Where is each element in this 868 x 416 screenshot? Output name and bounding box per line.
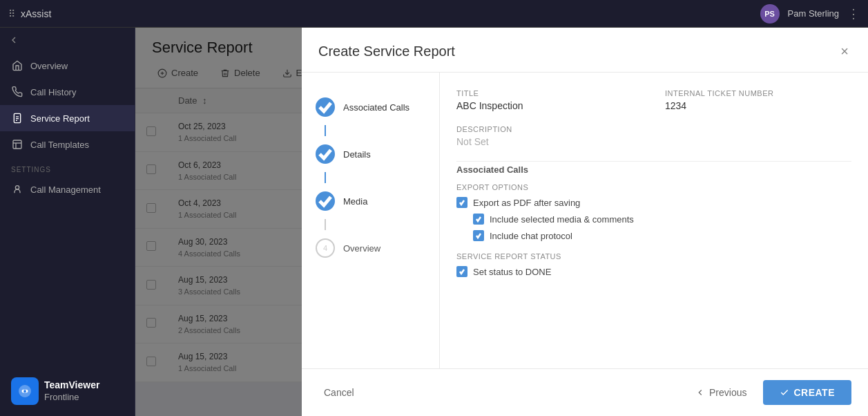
option-label-include-media: Include selected media & comments — [490, 214, 634, 225]
step-label-0: Associated Calls — [343, 102, 409, 113]
sidebar-item-call-management[interactable]: Call Management — [0, 176, 135, 202]
status-section-label: Service Report Status — [456, 252, 851, 261]
option-include-media: Include selected media & comments — [473, 214, 851, 225]
sidebar-item-service-report[interactable]: Service Report — [0, 105, 135, 131]
sidebar-item-call-templates[interactable]: Call Templates — [0, 131, 135, 158]
option-label-export-pdf: Export as PDF after saving — [473, 198, 580, 208]
export-options-group: Export Options Export as PDF after savin… — [456, 183, 851, 241]
option-set-done: Set status to DONE — [456, 266, 851, 277]
step-label-1: Details — [343, 149, 371, 160]
option-label-set-done: Set status to DONE — [473, 267, 551, 277]
modal: Create Service Report × Associated Calls — [302, 28, 868, 416]
previous-button[interactable]: Previous — [687, 381, 755, 404]
svg-rect-4 — [13, 140, 21, 149]
ticket-label: Internal Ticket Number — [665, 89, 851, 97]
modal-form-content: Title ABC Inspection Internal Ticket Num… — [440, 73, 868, 368]
report-icon — [11, 112, 23, 124]
step-circle-0 — [316, 97, 335, 117]
step-circle-3: 4 — [316, 238, 335, 258]
cancel-button[interactable]: Cancel — [318, 381, 360, 404]
description-label: Description — [456, 125, 851, 133]
field-title: Title ABC Inspection — [456, 89, 643, 111]
sidebar: Overview Call History Service Report — [0, 28, 135, 416]
associated-calls-section: Associated Calls Export Options Export a… — [456, 161, 851, 277]
field-description: Description Not Set — [456, 125, 851, 147]
svg-point-9 — [23, 390, 26, 393]
title-value: ABC Inspection — [456, 100, 643, 111]
back-button[interactable] — [0, 28, 135, 53]
title-label: Title — [456, 89, 643, 97]
modal-body: Associated Calls Details — [302, 73, 868, 368]
sidebar-label-service-report: Service Report — [30, 113, 90, 124]
export-options-label: Export Options — [456, 183, 851, 191]
avatar: PS — [760, 4, 780, 23]
logo-box — [11, 377, 39, 405]
step-connector-1 — [325, 172, 326, 183]
phone-icon — [11, 86, 23, 98]
checkbox-export-pdf[interactable] — [456, 197, 467, 208]
logo-text: TeamViewer Frontline — [44, 379, 99, 403]
topbar-right: PS Pam Sterling ⋮ — [760, 4, 860, 23]
drag-handle: ⠿ — [8, 8, 15, 19]
main-panel: Service Report Create Delete Export PDF … — [135, 28, 868, 416]
modal-footer: Cancel Previous CREATE — [302, 368, 868, 416]
home-icon — [11, 59, 23, 72]
user-name: Pam Sterling — [788, 8, 839, 19]
step-circle-2 — [316, 191, 335, 211]
template-icon — [11, 138, 23, 151]
topbar: ⠿ xAssist PS Pam Sterling ⋮ — [0, 0, 868, 28]
sidebar-label-call-management: Call Management — [30, 185, 101, 195]
option-export-pdf: Export as PDF after saving — [456, 197, 851, 208]
sidebar-label-overview: Overview — [30, 61, 68, 71]
svg-point-7 — [15, 186, 19, 189]
modal-header: Create Service Report × — [302, 28, 868, 73]
sidebar-item-overview[interactable]: Overview — [0, 53, 135, 79]
create-button[interactable]: CREATE — [763, 380, 851, 405]
wizard-step-media[interactable]: Media — [302, 183, 439, 219]
step-connector-0 — [325, 125, 326, 136]
footer-right: Previous CREATE — [687, 380, 851, 405]
checkbox-include-media[interactable] — [473, 214, 484, 225]
topbar-left: ⠿ xAssist — [8, 8, 51, 19]
ticket-value: 1234 — [665, 100, 851, 111]
sidebar-footer: TeamViewer Frontline — [0, 366, 135, 416]
wizard-sidebar: Associated Calls Details — [302, 73, 440, 368]
checkbox-set-done[interactable] — [456, 266, 467, 277]
more-icon[interactable]: ⋮ — [847, 6, 860, 21]
modal-title: Create Service Report — [318, 44, 455, 59]
status-options-group: Service Report Status Set status to DONE — [456, 252, 851, 277]
step-label-3: Overview — [343, 243, 380, 254]
step-circle-1 — [316, 144, 335, 164]
description-value: Not Set — [456, 136, 851, 147]
modal-close-button[interactable]: × — [838, 41, 851, 61]
option-label-include-chat: Include chat protocol — [490, 231, 572, 241]
settings-section-label: SETTINGS — [0, 158, 135, 176]
app-title: xAssist — [21, 8, 51, 19]
step-connector-2 — [325, 219, 326, 230]
management-icon — [11, 183, 23, 196]
step-label-2: Media — [343, 196, 367, 207]
checkbox-include-chat[interactable] — [473, 230, 484, 241]
sidebar-item-call-history[interactable]: Call History — [0, 79, 135, 105]
wizard-step-overview[interactable]: 4 Overview — [302, 230, 439, 266]
sidebar-label-call-history: Call History — [30, 87, 76, 97]
associated-calls-title: Associated Calls — [456, 161, 851, 175]
content-area: Overview Call History Service Report — [0, 28, 868, 416]
wizard-step-details[interactable]: Details — [302, 136, 439, 172]
modal-overlay: Create Service Report × Associated Calls — [135, 28, 868, 416]
form-row-description: Description Not Set — [456, 125, 851, 147]
form-row-title-ticket: Title ABC Inspection Internal Ticket Num… — [456, 89, 851, 111]
option-include-chat: Include chat protocol — [473, 230, 851, 241]
wizard-step-associated-calls[interactable]: Associated Calls — [302, 89, 439, 125]
sidebar-label-call-templates: Call Templates — [30, 140, 89, 150]
sidebar-nav: Overview Call History Service Report — [0, 53, 135, 366]
field-ticket: Internal Ticket Number 1234 — [665, 89, 851, 111]
teamviewer-logo: TeamViewer Frontline — [11, 377, 124, 405]
